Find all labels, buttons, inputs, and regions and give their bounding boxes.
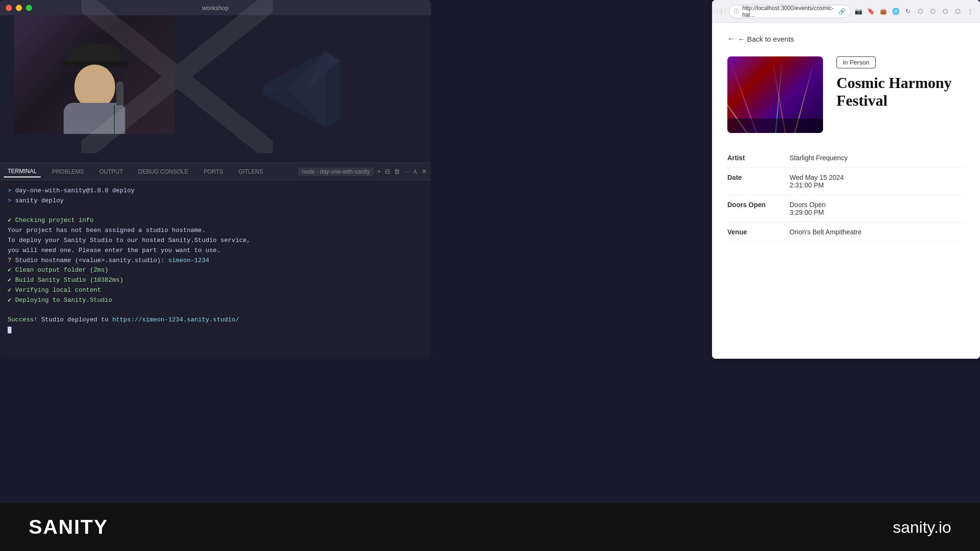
tab-output[interactable]: OUTPUT: [95, 166, 126, 177]
close-terminal-button[interactable]: ✕: [422, 168, 427, 175]
terminal-tabs: TERMINAL PROBLEMS OUTPUT DEBUG CONSOLE P…: [0, 163, 431, 180]
terminal-line-4: Your project has not been assigned a stu…: [8, 226, 423, 236]
detail-date-label: Date: [727, 174, 790, 181]
extension1-icon[interactable]: ⬡: [916, 7, 925, 16]
detail-venue: Venue Orion's Belt Ampitheatre: [727, 222, 965, 242]
trash-terminal-button[interactable]: 🗑: [394, 168, 400, 175]
detail-venue-label: Venue: [727, 228, 790, 236]
maximize-button[interactable]: [26, 5, 32, 11]
terminal-output: > day-one-with-sanity@1.0.0 deploy > san…: [0, 180, 431, 341]
terminal-line-12: Success! Studio deployed to https://sime…: [8, 315, 423, 325]
tab-ports[interactable]: PORTS: [200, 166, 227, 177]
split-terminal-button[interactable]: ⊟: [385, 168, 390, 175]
detail-artist-label: Artist: [727, 154, 790, 162]
tab-gitlens[interactable]: GITLENS: [235, 166, 267, 177]
extension4-icon[interactable]: ⬡: [953, 7, 963, 16]
terminal-cursor: [8, 327, 11, 333]
detail-doors-open-value: Doors Open3:29:00 PM: [790, 201, 965, 216]
webcam-feed: [14, 15, 175, 134]
person-head: [74, 65, 115, 108]
event-image-lights: [727, 56, 823, 133]
browser-content: ← ← Back to events In Person Cosmic Harm…: [712, 23, 980, 359]
microphone: [116, 81, 123, 105]
browser-max-btn[interactable]: [725, 8, 726, 14]
sanity-url: sanity.io: [893, 518, 951, 537]
window-title: workshop: [202, 4, 229, 11]
tab-problems[interactable]: PROBLEMS: [48, 166, 88, 177]
detail-doors-open-label: Doors Open: [727, 201, 790, 209]
add-terminal-button[interactable]: +: [378, 168, 381, 175]
event-image: [727, 56, 823, 133]
node-label: node - day-one-with-sanity: [298, 167, 373, 176]
close-button[interactable]: [6, 5, 12, 11]
link-icon: 🔗: [838, 8, 846, 15]
terminal-cursor-line: [8, 325, 423, 335]
screenshot-icon[interactable]: 📷: [854, 7, 863, 16]
terminal-line-3: ✔ Checking project info: [8, 216, 423, 226]
detail-date: Date Wed May 15 20242:31:00 PM: [727, 168, 965, 195]
terminal-line-7: ? Studio hostname (<value>.sanity.studio…: [8, 256, 423, 266]
detail-doors-open: Doors Open Doors Open3:29:00 PM: [727, 195, 965, 222]
extension2-icon[interactable]: ⬡: [928, 7, 938, 16]
info-icon: ⓘ: [734, 8, 739, 15]
detail-artist-value: Starlight Frequency: [790, 154, 965, 162]
titlebar: workshop: [0, 0, 431, 15]
address-bar[interactable]: ⓘ http://localhost:3000/events/cosmic-ha…: [729, 5, 851, 18]
terminal-panel: TERMINAL PROBLEMS OUTPUT DEBUG CONSOLE P…: [0, 163, 431, 359]
event-details: Artist Starlight Frequency Date Wed May …: [727, 148, 965, 242]
stage-base: [727, 119, 823, 133]
bookmark-icon[interactable]: 🔖: [866, 7, 876, 16]
event-title: Cosmic Harmony Festival: [836, 74, 965, 110]
browser-min-btn[interactable]: [721, 8, 722, 14]
terminal-line-6: you will need one. Please enter the part…: [8, 246, 423, 256]
detail-artist: Artist Starlight Frequency: [727, 148, 965, 168]
url-text: http://localhost:3000/events/cosmic-har.…: [742, 5, 834, 18]
back-to-events-link[interactable]: ← ← Back to events: [727, 34, 965, 43]
browser-close-btn[interactable]: [717, 8, 718, 14]
terminal-line-5: To deploy your Sanity Studio to our host…: [8, 236, 423, 246]
event-badge: In Person: [836, 56, 876, 68]
browser-chrome: ⓘ http://localhost:3000/events/cosmic-ha…: [712, 0, 980, 23]
terminal-line-10: ✔ Verifying local content: [8, 286, 423, 296]
terminal-line-2: > sanity deploy: [8, 196, 423, 206]
extension3-icon[interactable]: ⬡: [941, 7, 950, 16]
more-options-button[interactable]: ···: [404, 168, 409, 175]
vscode-background-icon: [172, 15, 431, 164]
mic-stand: [114, 105, 126, 134]
event-info: In Person Cosmic Harmony Festival: [836, 56, 965, 110]
terminal-line-8: ✔ Clean output folder (2ms): [8, 265, 423, 276]
terminal-line-1: > day-one-with-sanity@1.0.0 deploy: [8, 186, 423, 196]
terminal-actions: node - day-one-with-sanity + ⊟ 🗑 ··· ∧ ✕: [298, 167, 427, 176]
detail-date-value: Wed May 15 20242:31:00 PM: [790, 174, 965, 189]
tab-terminal[interactable]: TERMINAL: [4, 166, 41, 177]
refresh-icon[interactable]: ↻: [903, 7, 913, 16]
vscode-window: workshop: [0, 0, 431, 359]
sanity-logo: SANITY: [29, 516, 108, 539]
bottom-branding-bar: SANITY sanity.io: [0, 503, 980, 551]
back-link-text: ← Back to events: [738, 35, 794, 43]
wallet-icon[interactable]: 👜: [879, 7, 888, 16]
tab-debug-console[interactable]: DEBUG CONSOLE: [134, 166, 192, 177]
detail-venue-value: Orion's Belt Ampitheatre: [790, 228, 965, 236]
back-arrow-icon: ←: [727, 34, 735, 43]
minimize-button[interactable]: [16, 5, 22, 11]
menu-icon[interactable]: ⋮: [966, 7, 975, 16]
globe-icon[interactable]: 🌐: [891, 7, 901, 16]
terminal-line-11: ✔ Deploying to Sanity.Studio: [8, 296, 423, 306]
browser-window: ⓘ http://localhost:3000/events/cosmic-ha…: [712, 0, 980, 359]
maximize-terminal-button[interactable]: ∧: [413, 168, 418, 175]
event-header: In Person Cosmic Harmony Festival: [727, 56, 965, 133]
terminal-line-9: ✔ Build Sanity Studio (10382ms): [8, 276, 423, 286]
browser-toolbar: 📷 🔖 👜 🌐 ↻ ⬡ ⬡ ⬡ ⬡ ⋮: [854, 7, 975, 16]
